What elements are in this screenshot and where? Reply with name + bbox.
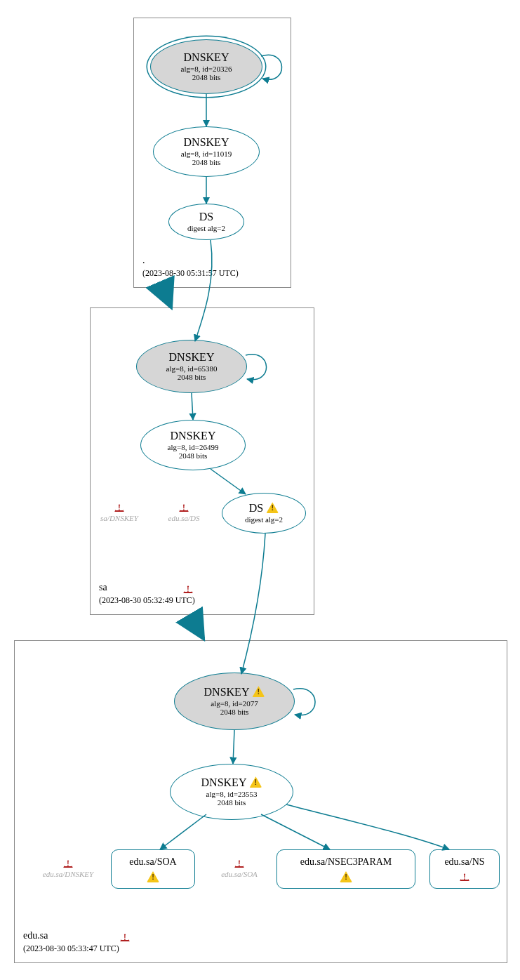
dnskey-title: DNSKEY — [169, 351, 215, 364]
sa-dnskey-error: ! sa/DNSKEY — [98, 502, 140, 523]
error-icon: ! — [458, 871, 471, 882]
rr-label: edu.sa/NSEC3PARAM — [300, 856, 392, 868]
error-label: edu.sa/DNSKEY — [43, 870, 93, 878]
error-label: sa/DNSKEY — [100, 514, 138, 522]
dnskey-alg: alg=8, id=26499 — [168, 443, 219, 452]
dnskey-title: DNSKEY — [204, 686, 250, 698]
dnskey-bits: 2048 bits — [192, 73, 221, 82]
rr-edu-soa: edu.sa/SOA — [111, 849, 195, 889]
error-icon: ! — [113, 502, 126, 513]
error-icon: ! — [182, 583, 194, 595]
error-icon: ! — [233, 858, 246, 869]
error-icon: ! — [62, 858, 74, 869]
edu-ksk-dnskey: DNSKEY alg=8, id=2077 2048 bits — [174, 673, 295, 730]
root-ds: DS digest alg=2 — [168, 204, 244, 240]
zone-sa-name: sa — [99, 582, 107, 593]
error-icon: ! — [119, 932, 131, 943]
rr-edu-ns: edu.sa/NS ! — [429, 849, 500, 889]
sa-zsk-dnskey: DNSKEY alg=8, id=26499 2048 bits — [140, 420, 246, 470]
edu-soa-error: ! edu.sa/SOA — [212, 858, 267, 879]
dnskey-bits: 2048 bits — [178, 373, 206, 382]
dnskey-title: DNSKEY — [184, 136, 229, 149]
dnskey-alg: alg=8, id=65380 — [166, 364, 218, 373]
dnskey-bits: 2048 bits — [192, 158, 221, 167]
warning-icon — [266, 502, 279, 513]
rr-edu-nsec3param: edu.sa/NSEC3PARAM — [276, 849, 415, 889]
ds-alg: digest alg=2 — [187, 224, 225, 233]
dnskey-title: DNSKEY — [171, 430, 216, 442]
zone-edu-name: edu.sa — [23, 930, 48, 941]
rr-label: edu.sa/SOA — [129, 856, 176, 868]
dnskey-title: DNSKEY — [184, 51, 229, 64]
dnskey-bits: 2048 bits — [179, 451, 208, 461]
warning-icon — [252, 686, 265, 697]
ds-alg: digest alg=2 — [245, 515, 283, 524]
dnskey-title: DNSKEY — [201, 776, 247, 788]
root-zsk-dnskey: DNSKEY alg=8, id=11019 2048 bits — [153, 126, 260, 177]
zone-edu-timestamp: (2023-08-30 05:33:47 UTC) — [23, 943, 119, 954]
sa-ds: DS digest alg=2 — [222, 493, 306, 534]
rr-label: edu.sa/NS — [444, 856, 484, 868]
dnskey-bits: 2048 bits — [220, 708, 249, 717]
warning-icon — [249, 776, 262, 788]
dnskey-alg: alg=8, id=11019 — [181, 150, 232, 159]
dnskey-alg: alg=8, id=20326 — [181, 65, 232, 74]
dnskey-alg: alg=8, id=2077 — [211, 699, 258, 708]
root-ksk-dnskey: DNSKEY alg=8, id=20326 2048 bits — [150, 39, 262, 94]
warning-icon — [147, 871, 159, 882]
dnskey-bits: 2048 bits — [218, 798, 246, 807]
zone-root-name: . — [142, 255, 145, 266]
ds-title: DS — [249, 502, 263, 514]
zone-root-timestamp: (2023-08-30 05:31:57 UTC) — [142, 268, 239, 279]
warning-icon — [340, 871, 352, 882]
dnskey-alg: alg=8, id=23553 — [206, 790, 258, 799]
zone-sa-timestamp: (2023-08-30 05:32:49 UTC) — [99, 595, 195, 606]
edu-sa-ds-error: ! edu.sa/DS — [163, 502, 205, 523]
error-icon: ! — [178, 502, 190, 513]
error-label: edu.sa/DS — [168, 514, 200, 522]
edu-dnskey-error: ! edu.sa/DNSKEY — [36, 858, 100, 879]
edu-zsk-dnskey: DNSKEY alg=8, id=23553 2048 bits — [170, 764, 293, 820]
error-label: edu.sa/SOA — [221, 870, 258, 878]
sa-ksk-dnskey: DNSKEY alg=8, id=65380 2048 bits — [136, 340, 247, 393]
ds-title: DS — [199, 211, 213, 223]
